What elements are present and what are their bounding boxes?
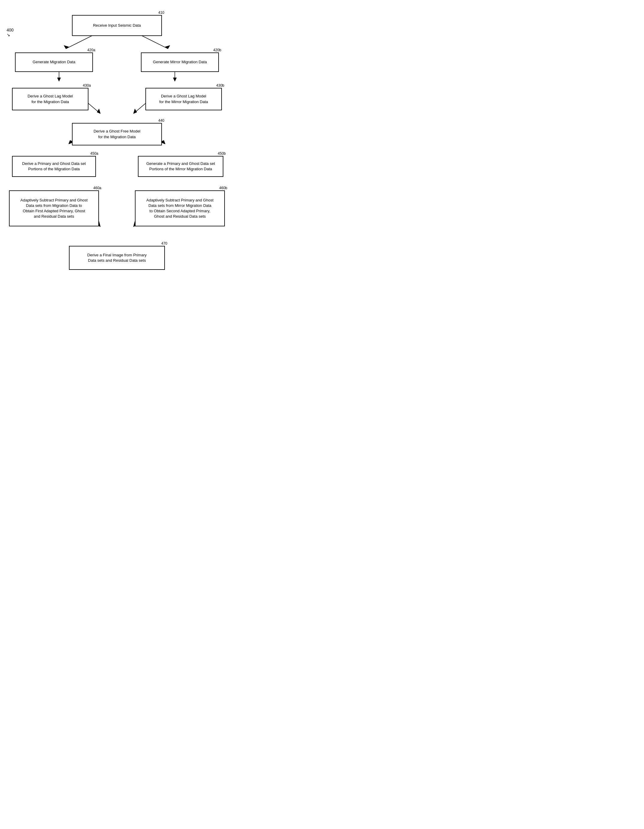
box-420a: Generate Migration Data 420a — [15, 52, 93, 72]
box-450b: Generate a Primary and Ghost Data set Po… — [138, 156, 224, 177]
box-470: Derive a Final Image from Primary Data s… — [69, 246, 165, 270]
box-410: Receive Input Seismic Data 410 — [72, 15, 162, 36]
ref-label-400: 400↘ — [6, 28, 14, 37]
box-420b: Generate Mirror Migration Data 420b — [141, 52, 219, 72]
box-450a: Derive a Primary and Ghost Data set Port… — [12, 156, 96, 177]
box-440: Derive a Ghost Free Model for the Migrat… — [72, 123, 162, 145]
flowchart-diagram: 400↘ Receive Input Seismic Data 410 Gene… — [6, 6, 228, 282]
box-460b: Adaptively Subtract Primary and Ghost Da… — [135, 191, 225, 226]
box-430b: Derive a Ghost Lag Model for the Mirror … — [145, 88, 222, 110]
box-430a: Derive a Ghost Lag Model for the Migrati… — [12, 88, 88, 110]
box-460a: Adaptively Subtract Primary and Ghost Da… — [9, 191, 99, 226]
